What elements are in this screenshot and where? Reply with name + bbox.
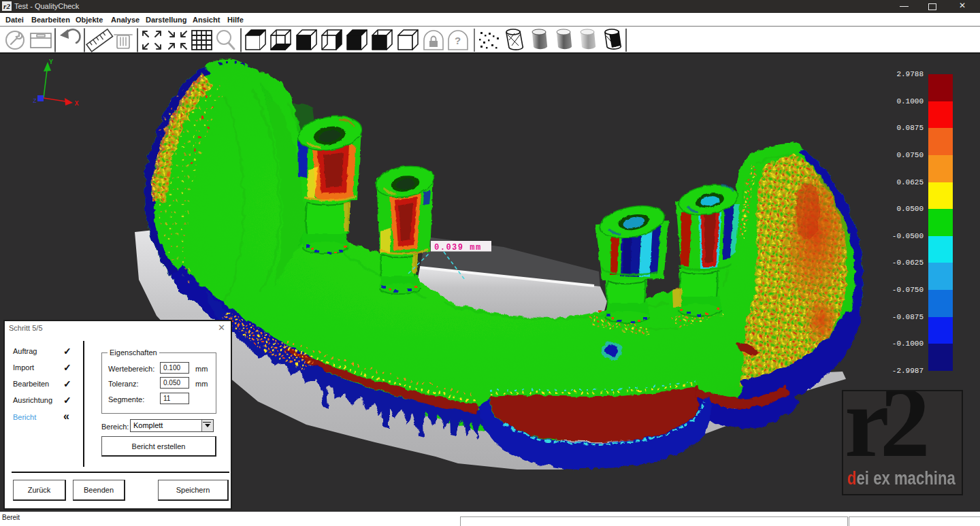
svg-text:Z: Z	[33, 98, 37, 105]
svg-text:X: X	[75, 100, 79, 108]
svg-text:Y: Y	[49, 59, 53, 66]
svg-text:?: ?	[455, 35, 461, 46]
svg-text:0.039 mm: 0.039 mm	[434, 243, 482, 252]
